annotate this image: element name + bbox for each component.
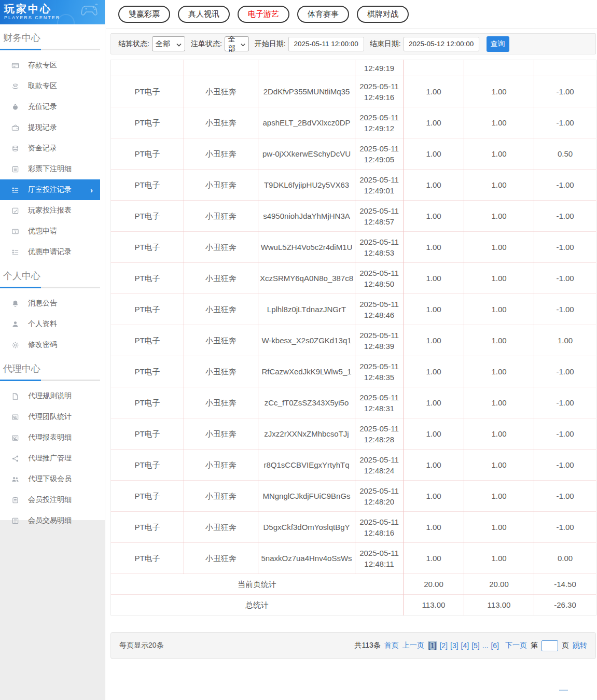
venue-cell: PT电子 [111, 76, 184, 107]
nav-button-item[interactable]: 雙赢彩票 [118, 6, 170, 23]
sidebar-item-label: 个人资料 [28, 319, 57, 329]
settle-status-select[interactable]: 全部 [152, 36, 185, 51]
section-underline [0, 287, 100, 288]
page-summary-row: 当前页统计 20.00 20.00 -14.50 [111, 574, 596, 595]
nav-button-item[interactable]: 真人视讯 [178, 6, 230, 23]
valid-cell: 1.00 [464, 481, 534, 512]
sidebar-section-title: 个人中心 [3, 270, 105, 282]
table-row: PT电子小丑狂奔WwuL5ZH4Vo5c2r4diM1U2025-05-11 1… [111, 232, 596, 263]
game-cell: 小丑狂奔 [184, 138, 258, 170]
sidebar-item[interactable]: 代理推广管理 [0, 448, 100, 469]
bet-cell: 1.00 [404, 543, 464, 574]
bet-cell: 1.00 [404, 76, 464, 107]
bet-cell: 1.00 [404, 325, 464, 356]
bet-cell: 1.00 [404, 107, 464, 138]
sidebar-item[interactable]: 存款专区 [0, 55, 100, 76]
prev-page-link[interactable]: 上一页 [402, 641, 424, 650]
sidebar-item[interactable]: 彩票下注明细 [0, 159, 100, 179]
bet-cell: 1.00 [404, 201, 464, 232]
doc-blank-icon [11, 392, 19, 400]
grand-summary-valid-total: 113.00 [464, 595, 534, 615]
order-id-cell: W-kbesx_X2s0ZGKd13q1 [258, 325, 355, 356]
datetime-cell: 2025-05-11 12:48:11 [355, 543, 404, 574]
valid-cell: 1.00 [464, 232, 534, 263]
table-row: PT电子小丑狂奔T9DKL6fyjipHU2y5VX632025-05-11 1… [111, 170, 596, 201]
sidebar-item[interactable]: 代理团队统计 [0, 407, 100, 427]
venue-cell: PT电子 [111, 418, 184, 450]
sidebar-item[interactable]: 代理规则说明 [0, 386, 100, 407]
sidebar-item[interactable]: 代理下级会员 [0, 469, 100, 489]
sidebar-item-label: 代理推广管理 [28, 454, 72, 463]
sidebar-item[interactable]: 会员投注明细 [0, 489, 100, 510]
winloss-cell: -1.00 [534, 481, 596, 512]
page-link[interactable]: [2] [439, 641, 448, 650]
nav-button-item[interactable]: 棋牌对战 [357, 6, 409, 23]
main-area: 雙赢彩票真人视讯电子游艺体育赛事棋牌对战 结算状态: 全部 注单状态: 全部 开… [106, 0, 597, 700]
winloss-cell: -1.00 [534, 356, 596, 387]
bell-icon [11, 299, 19, 307]
sidebar-item[interactable]: 会员交易明细 [0, 510, 100, 531]
order-id-cell: Lplhl8z0jLTdnazJNGrT [258, 294, 355, 325]
table-row: PT电子小丑狂奔D5gxCkf3dOmYoslqtBgY2025-05-11 1… [111, 512, 596, 543]
sidebar-item[interactable]: 优惠申请 [0, 221, 100, 242]
venue-cell: PT电子 [111, 201, 184, 232]
venue-cell: PT电子 [111, 481, 184, 512]
winloss-cell: -1.00 [534, 107, 596, 138]
page-link[interactable]: ... [482, 641, 489, 650]
game-cell: 小丑狂奔 [184, 481, 258, 512]
page-link-current[interactable]: [1] [428, 641, 437, 650]
sidebar-item-label: 厅室投注记录 [28, 185, 72, 194]
next-page-link[interactable]: 下一页 [505, 641, 527, 650]
page-link[interactable]: [4] [461, 641, 469, 650]
venue-cell: PT电子 [111, 138, 184, 170]
order-status-label: 注单状态: [191, 39, 222, 49]
end-date-label: 结束日期: [370, 39, 401, 49]
order-id-cell: T9DKL6fyjipHU2y5VX63 [258, 170, 355, 201]
sidebar-item[interactable]: 修改密码 [0, 334, 100, 355]
news-icon [11, 433, 19, 442]
datetime-cell: 2025-05-11 12:48:31 [355, 387, 404, 418]
game-cell: 小丑狂奔 [184, 450, 258, 481]
sidebar-item[interactable]: 取款专区 [0, 76, 100, 96]
search-button[interactable]: 查询 [487, 36, 509, 52]
page-link[interactable]: [5] [471, 641, 480, 650]
sidebar-item[interactable]: 资金记录 [0, 138, 100, 159]
order-id-cell: pw-0jXXkerwESchyDcVU [258, 138, 355, 170]
first-page-link[interactable]: 首页 [384, 641, 399, 650]
filter-bar: 结算状态: 全部 注单状态: 全部 开始日期: 结束日期: 查询 [110, 33, 596, 54]
jump-page-input[interactable] [542, 640, 558, 651]
ticket-icon [11, 227, 19, 235]
sidebar-item-label: 提现记录 [28, 123, 57, 132]
sidebar-item-active[interactable]: 厅室投注记录› [0, 179, 100, 200]
datetime-cell: 2025-05-11 12:48:20 [355, 481, 404, 512]
table-row: PT电子小丑狂奔2DdKfvP355MUNtliMq352025-05-11 1… [111, 76, 596, 107]
page-link[interactable]: [3] [450, 641, 459, 650]
order-status-select[interactable]: 全部 [225, 36, 249, 51]
sidebar-section-title: 财务中心 [3, 32, 105, 44]
bet-cell: 1.00 [404, 418, 464, 450]
sidebar-item[interactable]: 代理报表明细 [0, 427, 100, 448]
bet-cell: 1.00 [404, 356, 464, 387]
report-icon [11, 206, 19, 215]
sidebar-item[interactable]: 消息公告 [0, 293, 100, 314]
players-center-page: 玩家中心 PLAYERS CENTER 财务中心存款专区取款专区充值记录提现记录… [0, 0, 597, 700]
nav-button-item[interactable]: 体育赛事 [297, 6, 349, 23]
table-row: PT电子小丑狂奔5naxkOz7ua4Hnv4oSsWs2025-05-11 1… [111, 543, 596, 574]
section-underline [0, 49, 100, 50]
datetime-cell: 2025-05-11 12:49:05 [355, 138, 404, 170]
end-date-input[interactable] [404, 37, 479, 51]
sidebar-item[interactable]: 优惠申请记录 [0, 242, 100, 262]
page-link[interactable]: [6] [491, 641, 499, 650]
chevron-right-icon: › [90, 186, 93, 194]
table-row: PT电子小丑狂奔zJxz2rXXNxZMhbcsoTJj2025-05-11 1… [111, 418, 596, 450]
start-date-input[interactable] [288, 37, 364, 51]
jump-button[interactable]: 跳转 [573, 641, 587, 650]
sidebar-item[interactable]: 提现记录 [0, 117, 100, 138]
valid-cell: 1.00 [464, 107, 534, 138]
nav-button-active[interactable]: 电子游艺 [238, 6, 289, 23]
sidebar-item[interactable]: 个人资料 [0, 314, 100, 334]
order-id-cell: RfCazwXedJkK9LWlw5_1 [258, 356, 355, 387]
sidebar-item[interactable]: 充值记录 [0, 96, 100, 117]
venue-cell: PT电子 [111, 387, 184, 418]
sidebar-item[interactable]: 玩家投注报表 [0, 200, 100, 221]
